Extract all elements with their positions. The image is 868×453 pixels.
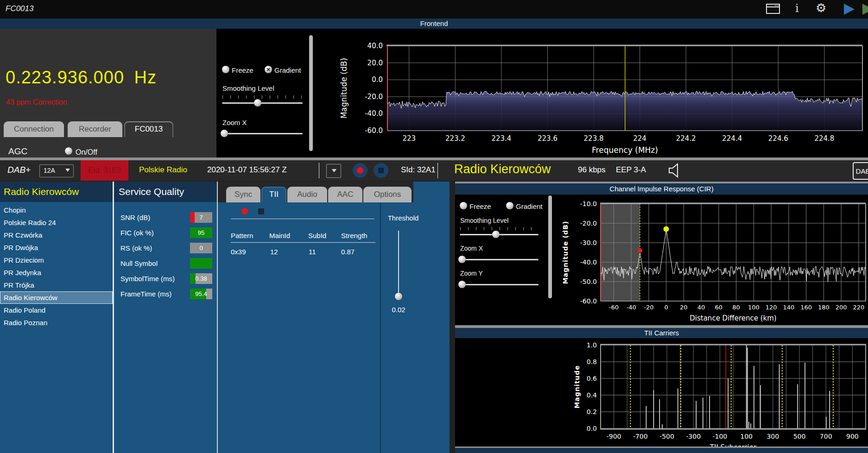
svg-text:500: 500 [793, 433, 806, 440]
spectrum-scrollbar[interactable] [309, 35, 313, 151]
stop-button[interactable] [374, 163, 388, 178]
svg-text:0.0: 0.0 [587, 425, 597, 432]
record-options-dropdown[interactable] [326, 164, 341, 178]
svg-text:-500: -500 [659, 433, 674, 440]
cell-mainid: 12 [270, 248, 278, 256]
svg-text:0: 0 [664, 304, 668, 311]
svg-text:0.6: 0.6 [587, 375, 597, 382]
window-title: FC0013 [6, 4, 33, 13]
svg-text:-10.0: -10.0 [580, 200, 597, 208]
svg-text:40.0: 40.0 [367, 42, 383, 50]
station-item-selected[interactable]: Radio Kierowców [0, 291, 113, 304]
tii-carriers-plot: 1.00.80.60.40.20.0-900-700-500-300-10010… [455, 338, 868, 447]
tii-carriers-header: TII Carriers [455, 328, 868, 338]
svg-text:-60.0: -60.0 [365, 126, 383, 135]
svg-text:223.4: 223.4 [491, 134, 511, 143]
spectrum-controls: Freeze ✕ Gradient Smoothing Level Zoom X… [216, 29, 306, 157]
tab-audio[interactable]: Audio [287, 187, 327, 202]
cir-smoothing-slider[interactable] [460, 231, 539, 238]
fic-bar: 95 [190, 227, 212, 238]
col-pattern: Pattern [231, 232, 253, 239]
title-bar: FC0013 i ⚙ [0, 0, 868, 19]
cir-zoom-y-label: Zoom Y [460, 270, 483, 277]
cir-gradient-radio[interactable] [506, 202, 513, 209]
tab-tii[interactable]: TII [261, 187, 286, 202]
threshold-slider-handle[interactable] [395, 293, 402, 300]
cir-zoom-x-slider[interactable] [460, 256, 539, 263]
null-symbol-label: Null Symbol [120, 258, 158, 269]
svg-text:100: 100 [748, 304, 760, 311]
frequency-display: 0.223.936.000 Hz [6, 68, 157, 88]
svg-text:220: 220 [853, 304, 864, 311]
gradient-radio-checked[interactable]: ✕ [265, 66, 272, 73]
freeze-radio[interactable] [222, 66, 229, 73]
station-item[interactable]: PR Trójka [0, 279, 113, 291]
bitrate-label: 96 kbps [578, 165, 606, 175]
svg-text:0.8: 0.8 [587, 358, 597, 365]
cir-zoom-x-label: Zoom X [460, 245, 483, 252]
cir-freeze-radio[interactable] [460, 202, 467, 209]
station-list-header: Radio Kierowców [0, 182, 113, 202]
svg-text:Magnitude (dB): Magnitude (dB) [562, 221, 569, 284]
col-strength: Strength [341, 232, 367, 239]
svg-text:223.6: 223.6 [538, 134, 558, 143]
play-green-icon[interactable] [861, 3, 868, 17]
svg-text:223.2: 223.2 [445, 134, 465, 143]
station-item[interactable]: PR Dzieciom [0, 254, 113, 266]
tab-aac[interactable]: AAC [328, 187, 362, 202]
svg-text:-40.0: -40.0 [365, 109, 383, 118]
svg-text:-60.0: -60.0 [580, 297, 597, 305]
channel-value: 12A [44, 167, 55, 174]
tab-connection[interactable]: Connection [4, 121, 64, 137]
svg-text:20.0: 20.0 [367, 59, 383, 67]
cir-panel: Freeze Gradient Smoothing Level Zoom X Z… [455, 195, 868, 325]
ensemble-name: Polskie Radio [139, 165, 187, 175]
gear-icon[interactable]: ⚙ [816, 1, 826, 15]
smoothing-ruler [222, 95, 302, 99]
ensemble-id-badge: EId: 31E3 [81, 160, 128, 181]
play-icon[interactable] [843, 3, 855, 17]
rs-label: RS (ok %) [120, 243, 152, 254]
agc-toggle-radio[interactable] [65, 147, 72, 155]
smoothing-slider[interactable] [222, 99, 303, 107]
svg-text:-100: -100 [713, 433, 728, 440]
info-icon[interactable]: i [795, 2, 799, 15]
tab-options[interactable]: Options [363, 187, 412, 202]
record-button[interactable] [353, 163, 367, 178]
frequency-unit: Hz [134, 68, 157, 87]
station-item[interactable]: PR Czwórka [0, 229, 113, 241]
tii-record-button[interactable] [241, 208, 248, 214]
window-icon[interactable] [766, 3, 780, 17]
station-item[interactable]: PR Jedynka [0, 266, 113, 279]
station-item[interactable]: Polskie Radio 24 [0, 216, 113, 229]
svg-text:700: 700 [820, 433, 832, 440]
cell-subid: 11 [309, 248, 316, 256]
threshold-slider-track[interactable] [398, 231, 399, 300]
frontend-panel: 0.223.936.000 Hz 43 ppm Correction Conne… [0, 29, 868, 157]
station-item[interactable]: Radio Poznan [0, 316, 113, 329]
zoom-x-slider[interactable] [222, 130, 303, 137]
agc-label: AGC [8, 146, 27, 157]
station-item[interactable]: Chopin [0, 204, 113, 216]
table-header-underline [231, 242, 375, 243]
channel-select[interactable]: 12A [39, 164, 74, 177]
speaker-icon[interactable] [667, 163, 681, 180]
station-item[interactable]: PR Dwójka [0, 241, 113, 254]
svg-text:80: 80 [732, 304, 740, 311]
zoom-x-label: Zoom X [222, 119, 247, 126]
cir-zoom-y-slider[interactable] [460, 281, 539, 288]
chevron-down-icon [332, 169, 336, 172]
tii-stop-button[interactable] [258, 208, 265, 215]
frametime-bar: 95.4 [190, 289, 212, 299]
cir-gradient-label: Gradient [516, 202, 543, 210]
station-item[interactable]: Radio Poland [0, 304, 113, 316]
svg-text:160: 160 [800, 304, 812, 311]
svg-text:223: 223 [402, 134, 416, 143]
station-list-panel: Radio Kierowców Chopin Polskie Radio 24 … [0, 182, 113, 453]
tab-sync[interactable]: Sync [226, 187, 260, 202]
svg-text:Magnitude (dB): Magnitude (dB) [339, 58, 348, 119]
cir-scrollbar[interactable] [548, 195, 552, 298]
tab-recorder[interactable]: Recorder [68, 121, 122, 137]
tab-fc0013[interactable]: FC0013 [124, 121, 173, 137]
agc-onoff-label: On/Off [76, 148, 97, 157]
